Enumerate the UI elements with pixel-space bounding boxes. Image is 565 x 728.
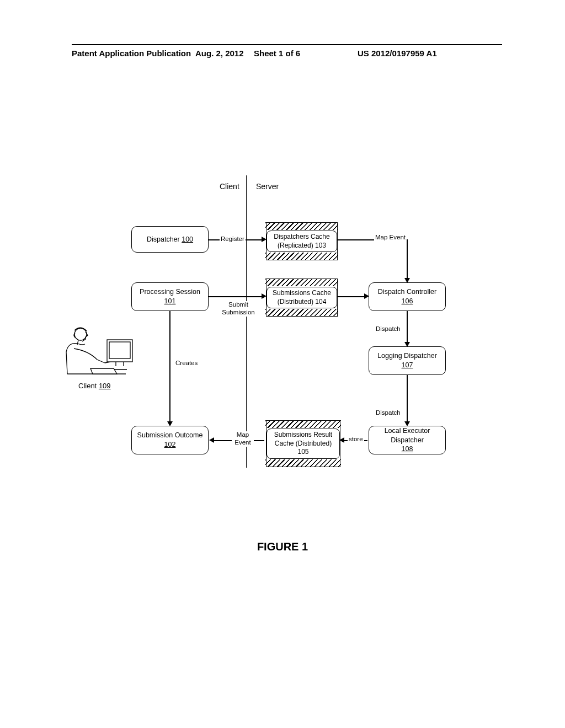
client-user-icon	[58, 321, 141, 382]
edge-label-dispatch-1: Dispatch	[375, 325, 402, 333]
edge-label-dispatch-2: Dispatch	[375, 409, 402, 417]
node-ref: 106	[402, 297, 413, 306]
node-text: Submission Outcome	[137, 431, 203, 440]
node-ref: 101	[164, 297, 176, 306]
edge-label-creates: Creates	[174, 360, 199, 367]
figure-caption: FIGURE 1	[0, 540, 565, 553]
edge-submit	[209, 296, 264, 297]
edge-dispatch-2	[407, 375, 408, 424]
node-local-executor: Local Executor Dispatcher 108	[369, 426, 446, 454]
column-label-client: Client	[220, 182, 239, 191]
node-processing-session: Processing Session 101	[131, 282, 209, 311]
edge-subcache-to-controller	[338, 296, 366, 297]
node-submission-outcome: Submission Outcome 102	[131, 426, 209, 454]
arrow-icon	[404, 342, 410, 347]
node-results-cache: Submissions ResultCache (Distributed)105	[266, 420, 340, 467]
node-dispatcher-label: Dispatcher 100	[147, 235, 193, 244]
column-label-server: Server	[256, 182, 279, 191]
edge-map-event-top-v	[407, 239, 408, 280]
arrow-icon	[404, 421, 410, 426]
header-date: Aug. 2, 2012	[195, 49, 244, 58]
edge-dispatch-1	[407, 311, 408, 344]
svg-point-0	[74, 328, 87, 340]
node-text: Dispatch Controller	[378, 287, 436, 297]
header-pub-number: US 2012/0197959 A1	[358, 49, 437, 58]
node-ref: 102	[164, 440, 176, 449]
node-dispatcher: Dispatcher 100	[131, 226, 209, 253]
edge-label-map-event-top: Map Event	[374, 234, 407, 242]
edge-label-map-event-bottom: Map Event	[232, 431, 254, 447]
client-server-divider	[246, 175, 247, 468]
arrow-icon	[364, 293, 369, 299]
arrow-icon	[167, 421, 173, 426]
node-text: Local Executor Dispatcher	[371, 426, 443, 445]
edge-label-register: Register	[220, 235, 246, 243]
header-sheet: Sheet 1 of 6	[254, 49, 300, 58]
node-logging-dispatcher: Logging Dispatcher 107	[369, 346, 446, 375]
node-ref: 108	[402, 445, 413, 454]
header-divider	[72, 44, 502, 45]
svg-rect-2	[109, 342, 130, 358]
node-dispatchers-cache: Dispatchers Cache(Replicated) 103	[266, 222, 338, 260]
arrow-icon	[262, 293, 266, 299]
edge-creates	[169, 311, 170, 424]
node-submissions-cache: Submissions Cache(Distributed) 104	[266, 279, 338, 317]
edge-label-submit: Submit Submission	[218, 301, 258, 317]
arrow-icon	[209, 437, 214, 443]
node-ref: 107	[402, 361, 413, 370]
node-dispatch-controller: Dispatch Controller 106	[369, 282, 446, 311]
client-caption: Client 109	[78, 382, 111, 390]
node-text: Logging Dispatcher	[377, 351, 437, 361]
edge-label-store: store	[348, 436, 364, 443]
arrow-icon	[404, 278, 410, 283]
header-publication-type: Patent Application Publication	[72, 49, 191, 58]
diagram-figure-1: Client Server Dispatcher 100 Processing …	[66, 171, 502, 513]
arrow-icon	[339, 437, 344, 443]
node-text: Processing Session	[140, 287, 200, 297]
arrow-icon	[262, 237, 266, 242]
